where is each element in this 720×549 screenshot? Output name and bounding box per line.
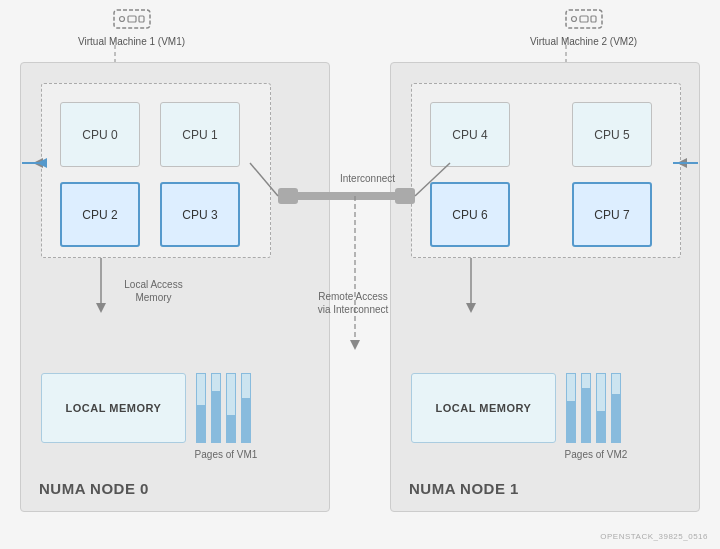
remote-access-label: Remote Access via Interconnect — [308, 290, 398, 316]
local-access-label: Local Access Memory — [116, 278, 191, 304]
cpu-3-box: CPU 3 — [160, 182, 240, 247]
local-arrow-0 — [91, 258, 111, 318]
cpu-5-label: CPU 5 — [594, 128, 629, 142]
vm1-label: Virtual Machine 1 (VM1) — [78, 36, 185, 47]
diagram-container: Virtual Machine 1 (VM1) Virtual Machine … — [0, 0, 720, 549]
cpu-7-box: CPU 7 — [572, 182, 652, 247]
cpu-5-box: CPU 5 — [572, 102, 652, 167]
cpu-7-label: CPU 7 — [594, 208, 629, 222]
svg-point-1 — [119, 17, 124, 22]
svg-marker-9 — [96, 303, 106, 313]
vm2-icon: Virtual Machine 2 (VM2) — [530, 8, 637, 47]
cpu-1-box: CPU 1 — [160, 102, 240, 167]
cpu-6-label: CPU 6 — [452, 208, 487, 222]
local-memory-0-label: LOCAL MEMORY — [66, 402, 162, 414]
pages-vm2-label: Pages of VM2 — [556, 449, 636, 460]
cpu-0-box: CPU 0 — [60, 102, 140, 167]
local-memory-1: LOCAL MEMORY — [411, 373, 556, 443]
numa-node-1: CPU 4 CPU 5 CPU 6 CPU 7 LOCAL MEMORY — [390, 62, 700, 512]
cpu-6-box: CPU 6 — [430, 182, 510, 247]
numa-1-label: NUMA NODE 1 — [409, 480, 519, 497]
cpu-group-0: CPU 0 CPU 1 CPU 2 CPU 3 — [41, 83, 271, 258]
svg-marker-26 — [350, 340, 360, 350]
interconnect-label: Interconnect — [340, 172, 420, 185]
svg-rect-6 — [580, 16, 588, 22]
cpu-4-box: CPU 4 — [430, 102, 510, 167]
pages-vm1-label: Pages of VM1 — [186, 449, 266, 460]
vm2-label: Virtual Machine 2 (VM2) — [530, 36, 637, 47]
cpu-3-label: CPU 3 — [182, 208, 217, 222]
local-arrow-1 — [461, 258, 481, 318]
memory-bars-1 — [566, 373, 621, 443]
svg-marker-11 — [466, 303, 476, 313]
cpu-0-label: CPU 0 — [82, 128, 117, 142]
numa-0-label: NUMA NODE 0 — [39, 480, 149, 497]
svg-rect-3 — [139, 16, 144, 22]
cpu-1-label: CPU 1 — [182, 128, 217, 142]
numa-node-0: CPU 0 CPU 1 CPU 2 CPU 3 Local Access Mem… — [20, 62, 330, 512]
cpu-4-label: CPU 4 — [452, 128, 487, 142]
local-memory-0: LOCAL MEMORY — [41, 373, 186, 443]
cpu-group-1: CPU 4 CPU 5 CPU 6 CPU 7 — [411, 83, 681, 258]
svg-point-5 — [571, 17, 576, 22]
cpu-2-label: CPU 2 — [82, 208, 117, 222]
local-memory-1-label: LOCAL MEMORY — [436, 402, 532, 414]
svg-rect-7 — [591, 16, 596, 22]
cpu-2-box: CPU 2 — [60, 182, 140, 247]
watermark: OPENSTACK_39825_0516 — [600, 532, 708, 541]
vm1-icon: Virtual Machine 1 (VM1) — [78, 8, 185, 47]
memory-bars-0 — [196, 373, 251, 443]
svg-rect-2 — [128, 16, 136, 22]
